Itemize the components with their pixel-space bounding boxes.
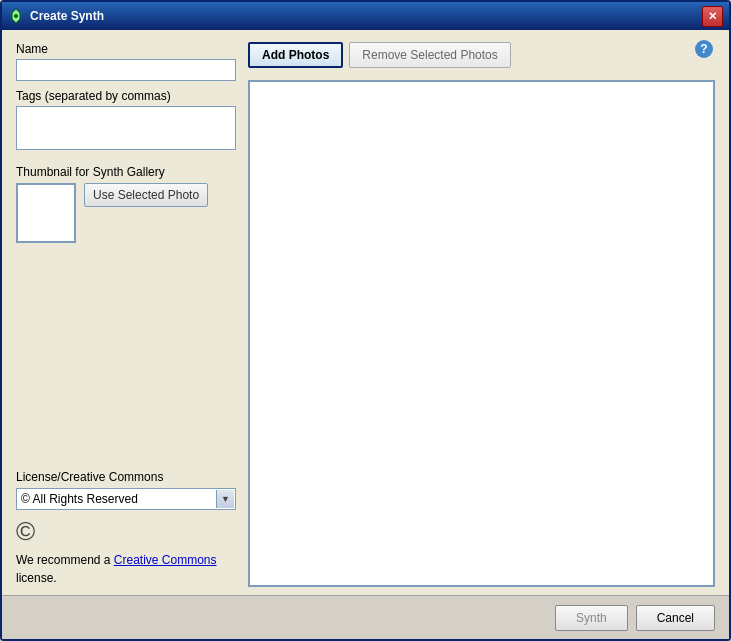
name-field-group: Name [16,42,236,81]
left-panel: Name Tags (separated by commas) Thumbnai… [16,42,236,587]
license-select[interactable]: © All Rights Reserved Creative Commons A… [16,488,236,510]
recommend-text-suffix: license. [16,571,57,585]
close-button[interactable]: ✕ [702,6,723,27]
thumbnail-label: Thumbnail for Synth Gallery [16,165,236,179]
license-select-wrapper: © All Rights Reserved Creative Commons A… [16,488,236,510]
tags-label: Tags (separated by commas) [16,89,236,103]
use-selected-photo-button[interactable]: Use Selected Photo [84,183,208,207]
thumbnail-row: Use Selected Photo [16,183,236,243]
dialog-body: ? Name Tags (separated by commas) Thumbn… [2,30,729,595]
title-bar: Create Synth ✕ [2,2,729,30]
tags-input[interactable] [16,106,236,150]
name-input[interactable] [16,59,236,81]
recommend-text-prefix: We recommend a [16,553,114,567]
photo-buttons: Add Photos Remove Selected Photos [248,42,715,68]
app-icon [8,8,24,24]
license-label: License/Creative Commons [16,470,236,484]
license-section: License/Creative Commons © All Rights Re… [16,470,236,587]
main-content: Name Tags (separated by commas) Thumbnai… [16,42,715,587]
cancel-button[interactable]: Cancel [636,605,715,631]
creative-commons-link[interactable]: Creative Commons [114,553,217,567]
create-synth-dialog: Create Synth ✕ ? Name Tags (separated by… [0,0,731,641]
dialog-footer: Synth Cancel [2,595,729,639]
dialog-title: Create Synth [30,9,702,23]
help-icon[interactable]: ? [695,40,713,58]
remove-selected-photos-button[interactable]: Remove Selected Photos [349,42,510,68]
photo-area [248,80,715,587]
synth-button[interactable]: Synth [555,605,628,631]
tags-field-group: Tags (separated by commas) [16,89,236,153]
recommend-text: We recommend a Creative Commons license. [16,551,236,587]
add-photos-button[interactable]: Add Photos [248,42,343,68]
name-label: Name [16,42,236,56]
thumbnail-preview [16,183,76,243]
thumbnail-section: Thumbnail for Synth Gallery Use Selected… [16,165,236,243]
right-panel: Add Photos Remove Selected Photos [248,42,715,587]
svg-point-1 [14,14,18,18]
copyright-symbol: © [16,516,236,547]
